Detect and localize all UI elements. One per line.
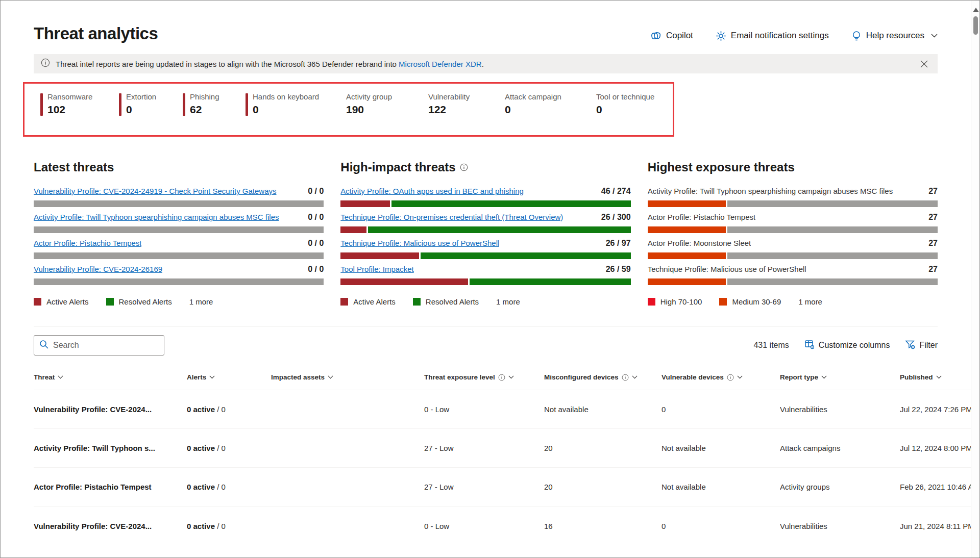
latest-threats-section: Latest threats Vulnerability Profile: CV… (34, 160, 324, 306)
stat-attack-campaign[interactable]: Attack campaign 0 (505, 92, 596, 116)
alert-bar (340, 252, 630, 259)
cell-misconfigured-devices: Not available (544, 405, 662, 414)
filter-button[interactable]: Filter (905, 339, 938, 351)
threat-link[interactable]: Activity Profile: OAuth apps used in BEC… (340, 187, 524, 195)
cell-threat-exposure-level: 27 - Low (424, 444, 544, 452)
copilot-button[interactable]: Copilot (650, 30, 693, 41)
bar-exposure-segment (648, 278, 726, 285)
threat-link[interactable]: Technique Profile: Malicious use of Powe… (340, 239, 499, 247)
info-icon[interactable] (622, 374, 629, 381)
column-label: Report type (780, 373, 818, 381)
legend-more[interactable]: 1 more (189, 297, 213, 306)
cell-threat[interactable]: Actor Profile: Pistachio Tempest (34, 483, 187, 491)
cell-vulnerable-devices: 0 (662, 405, 780, 414)
bar-gray-segment (727, 200, 938, 207)
stat-extortion[interactable]: Extortion 0 (119, 92, 183, 116)
resolved-alerts-swatch (413, 298, 421, 306)
threat-type-stats-annotation-box: Ransomware 102 Extortion 0 Phishing 62 H… (23, 82, 674, 137)
cell-report-type: Attack campaigns (780, 444, 900, 452)
banner-text: Threat intel reports are being updated i… (56, 60, 915, 68)
bar-resolved-segment (421, 252, 631, 259)
high-impact-threats-section: High-impact threats Activity Profile: OA… (340, 160, 630, 306)
stat-label: Tool or technique (596, 92, 654, 101)
stat-hands-on-keyboard[interactable]: Hands on keyboard 0 (246, 92, 346, 116)
email-notification-settings-label: Email notification settings (731, 31, 829, 41)
exposure-bar (648, 278, 938, 285)
stat-phishing[interactable]: Phishing 62 (183, 92, 246, 116)
items-count: 431 items (753, 341, 789, 350)
email-notification-settings-button[interactable]: Email notification settings (716, 31, 829, 41)
column-label: Alerts (187, 373, 206, 381)
bar-gray-segment (34, 252, 324, 259)
table-row[interactable]: Actor Profile: Pistachio Tempest 0 activ… (34, 468, 979, 506)
exposure-score: 27 (928, 239, 938, 248)
threats-table: Threat Alerts Impacted assets Threat exp… (34, 365, 979, 545)
threat-alert-count: 0 / 0 (308, 213, 324, 222)
banner-close-button[interactable] (915, 55, 933, 72)
info-icon[interactable] (727, 374, 734, 381)
column-label: Vulnerable devices (662, 373, 724, 381)
cell-threat[interactable]: Vulnerability Profile: CVE-2024... (34, 522, 187, 530)
gear-icon (716, 31, 726, 41)
copilot-icon (650, 30, 662, 41)
column-header-threat[interactable]: Threat (34, 373, 187, 381)
table-row[interactable]: Vulnerability Profile: CVE-2024... 0 act… (34, 506, 979, 545)
sort-chevron-icon (936, 375, 942, 379)
bar-gray-segment (727, 226, 938, 233)
defender-xdr-link[interactable]: Microsoft Defender XDR (399, 60, 482, 68)
info-icon[interactable] (498, 374, 505, 381)
threat-link[interactable]: Activity Profile: Twill Typhoon spearphi… (34, 213, 279, 221)
column-header-alerts[interactable]: Alerts (187, 373, 271, 381)
threat-alert-count: 0 / 0 (308, 265, 324, 274)
cell-threat[interactable]: Vulnerability Profile: CVE-2024... (34, 405, 187, 414)
threat-link[interactable]: Vulnerability Profile: CVE-2024-26169 (34, 265, 162, 273)
stat-ransomware[interactable]: Ransomware 102 (40, 92, 119, 116)
table-row[interactable]: Vulnerability Profile: CVE-2024... 0 act… (34, 390, 979, 429)
search-box[interactable] (34, 335, 164, 356)
stat-value: 0 (126, 104, 156, 116)
alerts-resolved: / 0 (215, 405, 226, 414)
column-header-published[interactable]: Published (900, 373, 979, 381)
stat-vulnerability[interactable]: Vulnerability 122 (428, 92, 505, 116)
sort-chevron-icon (58, 375, 63, 379)
column-header-vulnerable-devices[interactable]: Vulnerable devices (662, 373, 780, 381)
high-impact-legend: Active Alerts Resolved Alerts 1 more (340, 297, 630, 306)
high-impact-threat-item: Activity Profile: OAuth apps used in BEC… (340, 187, 630, 207)
help-resources-button[interactable]: Help resources (851, 30, 938, 41)
legend-more[interactable]: 1 more (798, 297, 822, 306)
column-header-misconfigured-devices[interactable]: Misconfigured devices (544, 373, 662, 381)
legend-label: Medium 30-69 (732, 297, 781, 306)
bar-gray-segment (34, 278, 324, 285)
stat-activity-group[interactable]: Activity group 190 (346, 92, 428, 116)
column-header-threat-exposure-level[interactable]: Threat exposure level (424, 373, 544, 381)
scrollbar-thumb[interactable] (973, 16, 978, 35)
scroll-up-arrow-icon[interactable] (973, 8, 979, 12)
bar-resolved-segment (368, 226, 630, 233)
legend-label: Resolved Alerts (119, 297, 172, 306)
cell-published: Jul 22, 2024 7:26 PM (900, 405, 979, 414)
threat-label: Actor Profile: Pistachio Tempest (648, 213, 755, 221)
cell-threat[interactable]: Activity Profile: Twill Typhoon s... (34, 444, 187, 452)
column-header-report-type[interactable]: Report type (780, 373, 900, 381)
vertical-scrollbar[interactable] (971, 1, 979, 557)
table-toolbar: 431 items Customize columns (34, 326, 938, 356)
bar-exposure-segment (648, 252, 726, 259)
table-row[interactable]: Activity Profile: Twill Typhoon s... 0 a… (34, 429, 979, 468)
stat-value: 122 (428, 104, 470, 116)
legend-more[interactable]: 1 more (496, 297, 520, 306)
customize-columns-button[interactable]: Customize columns (804, 339, 890, 351)
stat-tool-or-technique[interactable]: Tool or technique 0 (596, 92, 663, 116)
search-input[interactable] (53, 341, 159, 350)
threat-link[interactable]: Technique Profile: On-premises credentia… (340, 213, 563, 221)
column-header-impacted-assets[interactable]: Impacted assets (271, 373, 424, 381)
threat-link[interactable]: Actor Profile: Pistachio Tempest (34, 239, 141, 247)
threat-link[interactable]: Vulnerability Profile: CVE-2024-24919 - … (34, 187, 277, 195)
sort-chevron-icon (737, 375, 743, 379)
cell-alerts: 0 active / 0 (187, 483, 271, 491)
column-label: Impacted assets (271, 373, 325, 381)
stat-red-bar (246, 93, 248, 116)
column-label: Published (900, 373, 933, 381)
threat-link[interactable]: Tool Profile: Impacket (340, 265, 413, 273)
exposure-bar (648, 226, 938, 233)
info-icon[interactable] (460, 160, 468, 174)
